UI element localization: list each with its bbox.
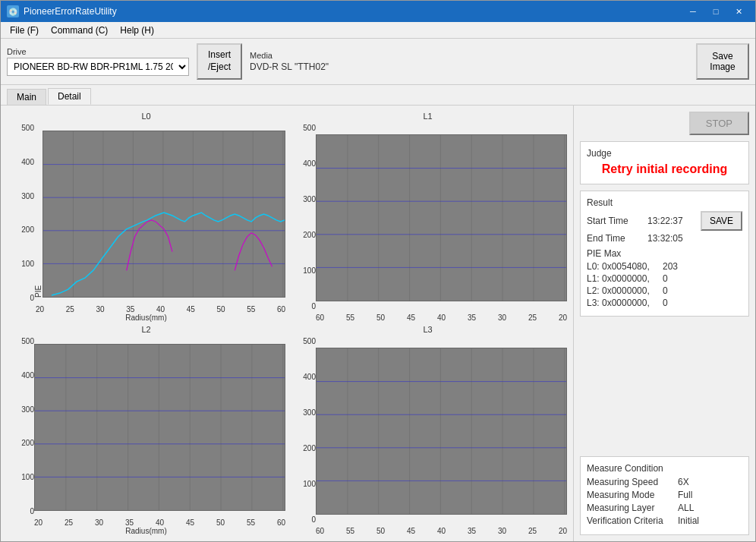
close-button[interactable]: ✕ bbox=[728, 4, 749, 19]
toolbar: Drive PIONEER BD-RW BDR-PR1ML 1.75 20/10… bbox=[1, 39, 755, 85]
judge-label: Judge bbox=[587, 148, 742, 159]
measure-layer-key: Measuring Layer bbox=[587, 503, 678, 513]
result-end-time-row: End Time 13:32:05 bbox=[587, 233, 742, 244]
start-time-val: 13:22:37 bbox=[647, 216, 701, 226]
menu-bar: File (F) Command (C) Help (H) bbox=[1, 22, 755, 39]
result-section: Result Start Time 13:22:37 SAVE End Time… bbox=[580, 191, 749, 317]
window-title: PioneerErrorRateUtility bbox=[24, 6, 682, 17]
chart-svg-l1 bbox=[317, 135, 566, 301]
menu-command[interactable]: Command (C) bbox=[45, 24, 114, 37]
save-image-button[interactable]: SaveImage bbox=[696, 43, 749, 80]
pie-max-val-l3: 0 bbox=[663, 298, 668, 308]
measure-mode-key: Measuring Mode bbox=[587, 490, 678, 500]
pie-max-label: PIE Max bbox=[587, 248, 742, 259]
media-value: DVD-R SL "TTH02" bbox=[250, 61, 329, 72]
measure-criteria-key: Verification Criteria bbox=[587, 515, 678, 526]
chart-l3: L3 500 400 300 200 100 0 bbox=[288, 325, 567, 535]
result-start-time-row: Start Time 13:22:37 SAVE bbox=[587, 211, 742, 231]
end-time-key: End Time bbox=[587, 233, 647, 244]
pie-max-row-l2: L2: 0x0000000, 0 bbox=[587, 285, 742, 296]
drive-row: PIONEER BD-RW BDR-PR1ML 1.75 20/10/26 bbox=[7, 58, 189, 76]
title-bar: 💿 PioneerErrorRateUtility ─ □ ✕ bbox=[1, 1, 755, 22]
main-content: L0 500 400 300 200 100 0 PIE bbox=[1, 105, 755, 541]
radius-label-l2: Radius(mm) bbox=[7, 527, 285, 535]
chart-l1-title: L1 bbox=[288, 112, 567, 121]
judge-section: Judge Retry initial recording bbox=[580, 141, 749, 184]
y-axis-l1: 500 400 300 200 100 0 bbox=[288, 122, 316, 314]
charts-row-top: L0 500 400 300 200 100 0 PIE bbox=[7, 112, 567, 322]
x-axis-l3: 605550454035302520 bbox=[288, 527, 567, 535]
main-window: 💿 PioneerErrorRateUtility ─ □ ✕ File (F)… bbox=[0, 0, 756, 542]
pie-max-key-l2: L2: 0x0000000, bbox=[587, 285, 663, 296]
chart-l1: L1 500 400 300 200 100 0 bbox=[288, 112, 567, 322]
measure-layer-row: Measuring Layer ALL bbox=[587, 503, 742, 513]
pie-label-l0: PIE bbox=[34, 131, 43, 298]
minimize-button[interactable]: ─ bbox=[682, 4, 704, 19]
right-panel: STOP Judge Retry initial recording Resul… bbox=[573, 106, 755, 541]
insert-eject-button[interactable]: Insert/Eject bbox=[197, 43, 242, 80]
measure-mode-row: Measuring Mode Full bbox=[587, 490, 742, 500]
measure-speed-row: Measuring Speed 6X bbox=[587, 477, 742, 487]
y-axis-l0: 500 400 300 200 100 0 bbox=[7, 122, 34, 305]
chart-svg-l0 bbox=[43, 131, 285, 297]
judge-value: Retry initial recording bbox=[587, 162, 742, 178]
measure-speed-key: Measuring Speed bbox=[587, 477, 678, 487]
chart-inner-l1 bbox=[316, 134, 567, 301]
menu-help[interactable]: Help (H) bbox=[114, 24, 160, 37]
y-axis-l2: 500 400 300 200 100 0 bbox=[7, 336, 34, 518]
pie-max-key-l1: L1: 0x0000000, bbox=[587, 273, 663, 284]
save-button[interactable]: SAVE bbox=[701, 211, 742, 231]
pie-max-key-l3: L3: 0x0000000, bbox=[587, 298, 663, 308]
chart-l0-title: L0 bbox=[7, 112, 285, 121]
tab-main[interactable]: Main bbox=[7, 89, 46, 105]
charts-area: L0 500 400 300 200 100 0 PIE bbox=[1, 106, 573, 541]
measure-label: Measure Condition bbox=[587, 463, 742, 474]
measure-section: Measure Condition Measuring Speed 6X Mea… bbox=[580, 456, 749, 535]
drive-select[interactable]: PIONEER BD-RW BDR-PR1ML 1.75 20/10/26 bbox=[7, 58, 189, 76]
chart-inner-l2 bbox=[34, 344, 285, 511]
stop-button[interactable]: STOP bbox=[689, 112, 749, 135]
menu-file[interactable]: File (F) bbox=[4, 24, 45, 37]
chart-l2-title: L2 bbox=[7, 325, 285, 334]
maximize-button[interactable]: □ bbox=[705, 4, 726, 19]
app-icon: 💿 bbox=[7, 5, 19, 17]
measure-criteria-row: Verification Criteria Initial bbox=[587, 515, 742, 526]
chart-l3-title: L3 bbox=[288, 325, 567, 334]
start-time-key: Start Time bbox=[587, 216, 647, 226]
title-controls: ─ □ ✕ bbox=[682, 4, 749, 19]
drive-label: Drive bbox=[7, 47, 189, 56]
pie-max-val-l2: 0 bbox=[663, 285, 668, 296]
tabs-bar: Main Detail bbox=[1, 85, 755, 105]
measure-criteria-val: Initial bbox=[678, 515, 699, 526]
pie-max-val-l1: 0 bbox=[663, 273, 668, 284]
pie-max-key-l0: L0: 0x0054080, bbox=[587, 261, 663, 272]
radius-label-l0: Radius(mm) bbox=[7, 314, 285, 322]
drive-section: Drive PIONEER BD-RW BDR-PR1ML 1.75 20/10… bbox=[7, 47, 189, 76]
chart-l0: L0 500 400 300 200 100 0 PIE bbox=[7, 112, 285, 322]
tab-detail[interactable]: Detail bbox=[48, 88, 91, 105]
x-axis-l1: 605550454035302520 bbox=[288, 314, 567, 322]
media-section: Media DVD-R SL "TTH02" bbox=[250, 51, 329, 72]
pie-max-row-l3: L3: 0x0000000, 0 bbox=[587, 298, 742, 308]
x-axis-l0: 202530354045505560 bbox=[7, 305, 285, 314]
end-time-val: 13:32:05 bbox=[647, 233, 742, 244]
chart-inner-l0 bbox=[43, 131, 285, 298]
pie-max-val-l0: 203 bbox=[663, 261, 678, 272]
y-axis-l3: 500 400 300 200 100 0 bbox=[288, 336, 316, 527]
charts-row-bottom: L2 500 400 300 200 100 0 bbox=[7, 325, 567, 535]
media-label: Media bbox=[250, 51, 329, 60]
chart-l2: L2 500 400 300 200 100 0 bbox=[7, 325, 285, 535]
measure-layer-val: ALL bbox=[678, 503, 694, 513]
chart-svg-l2 bbox=[35, 345, 285, 510]
measure-mode-val: Full bbox=[678, 490, 692, 500]
pie-max-row-l1: L1: 0x0000000, 0 bbox=[587, 273, 742, 284]
chart-inner-l3 bbox=[316, 348, 567, 515]
x-axis-l2: 202530354045505560 bbox=[7, 518, 285, 527]
measure-speed-val: 6X bbox=[678, 477, 689, 487]
pie-max-section: PIE Max L0: 0x0054080, 203 L1: 0x0000000… bbox=[587, 248, 742, 308]
pie-max-row-l0: L0: 0x0054080, 203 bbox=[587, 261, 742, 272]
chart-svg-l3 bbox=[317, 348, 566, 514]
result-label: Result bbox=[587, 197, 742, 208]
